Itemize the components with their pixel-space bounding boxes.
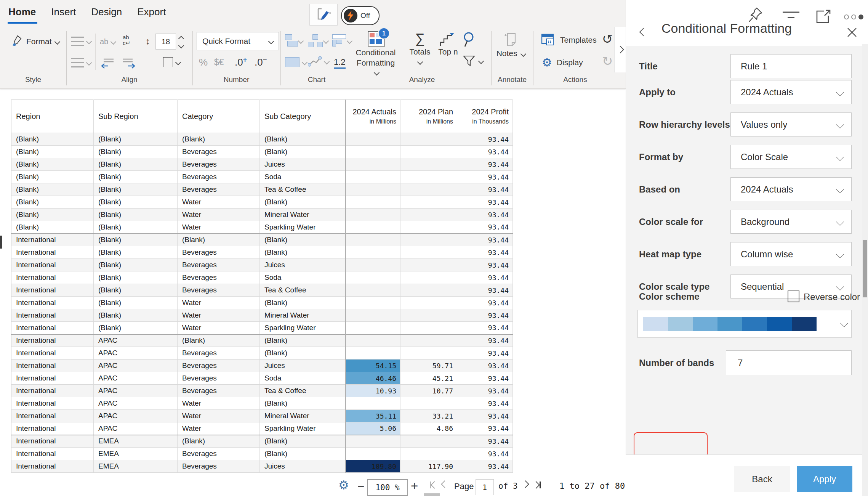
chart-layout-button[interactable]	[332, 34, 351, 47]
table-cell[interactable]: 93.44	[457, 397, 513, 410]
chart-hierarchy-button[interactable]	[308, 34, 327, 47]
table-cell[interactable]: 93.44	[457, 322, 513, 334]
table-cell[interactable]: APAC	[94, 347, 178, 360]
zoom-in-button[interactable]: +	[411, 479, 418, 493]
table-cell[interactable]: Tea & Coffee	[260, 284, 346, 297]
table-cell[interactable]	[346, 183, 400, 196]
format-by-dropdown[interactable]: Color Scale	[730, 145, 852, 169]
table-cell[interactable]: Beverages	[178, 284, 260, 297]
table-cell[interactable]: (Blank)	[11, 183, 94, 196]
table-cell[interactable]: Mineral Water	[260, 309, 346, 322]
color-scheme-dropdown[interactable]	[637, 310, 852, 338]
table-cell[interactable]: Water	[178, 297, 260, 309]
table-cell[interactable]: Water	[178, 196, 260, 209]
table-cell[interactable]	[346, 158, 400, 171]
reverse-color-checkbox[interactable]	[788, 291, 799, 302]
tab-insert[interactable]: Insert	[51, 6, 76, 18]
apply-button[interactable]: Apply	[797, 466, 852, 492]
table-cell[interactable]: (Blank)	[178, 234, 260, 246]
table-cell[interactable]: (Blank)	[11, 146, 94, 158]
table-cell[interactable]: Beverages	[178, 360, 260, 372]
table-cell[interactable]	[346, 397, 400, 410]
column-header[interactable]: Sub Category	[260, 100, 346, 133]
table-cell[interactable]	[400, 347, 457, 360]
close-icon[interactable]	[846, 27, 858, 40]
table-cell[interactable]	[400, 246, 457, 259]
pin-icon[interactable]	[746, 6, 764, 26]
table-cell[interactable]: International	[11, 385, 94, 397]
table-cell[interactable]: 93.44	[457, 372, 513, 385]
table-cell[interactable]	[346, 347, 400, 360]
table-cell[interactable]: 109.80	[346, 460, 400, 473]
quick-format-dropdown[interactable]: Quick Format	[197, 32, 279, 50]
font-size-stepper[interactable]	[178, 37, 183, 48]
table-cell[interactable]: 93.44	[457, 271, 513, 284]
decrease-decimal-button[interactable]: .0−	[255, 56, 267, 68]
table-cell[interactable]: International	[11, 234, 94, 246]
table-cell[interactable]: 93.44	[457, 196, 513, 209]
table-cell[interactable]: Tea & Coffee	[260, 183, 346, 196]
row-height-icon[interactable]: ↕	[146, 36, 150, 47]
totals-button[interactable]: ∑ Totals	[405, 30, 435, 66]
table-cell[interactable]: (Blank)	[11, 221, 94, 234]
table-cell[interactable]: 93.44	[457, 259, 513, 271]
popout-icon[interactable]	[814, 8, 832, 27]
table-cell[interactable]: (Blank)	[94, 171, 178, 183]
table-cell[interactable]: (Blank)	[94, 133, 178, 146]
table-cell[interactable]: (Blank)	[94, 284, 178, 297]
table-cell[interactable]	[400, 448, 457, 460]
table-cell[interactable]: (Blank)	[178, 435, 260, 448]
table-cell[interactable]	[346, 133, 400, 146]
table-cell[interactable]: Juices	[260, 158, 346, 171]
table-cell[interactable]: (Blank)	[94, 196, 178, 209]
column-header[interactable]: Region	[11, 100, 94, 133]
table-cell[interactable]: 93.44	[457, 410, 513, 422]
table-cell[interactable]	[400, 196, 457, 209]
table-cell[interactable]: International	[11, 284, 94, 297]
table-cell[interactable]: Water	[178, 397, 260, 410]
table-cell[interactable]: APAC	[94, 422, 178, 435]
color-scale-for-dropdown[interactable]: Background	[730, 210, 852, 234]
table-cell[interactable]: Beverages	[178, 347, 260, 360]
table-cell[interactable]	[400, 322, 457, 334]
increase-decimal-button[interactable]: .0+	[235, 56, 247, 68]
panel-scrollbar-thumb[interactable]	[863, 240, 867, 297]
table-cell[interactable]: Beverages	[178, 146, 260, 158]
table-cell[interactable]: 33.21	[400, 410, 457, 422]
table-cell[interactable]: 10.93	[346, 385, 400, 397]
table-cell[interactable]: (Blank)	[94, 158, 178, 171]
table-cell[interactable]: APAC	[94, 334, 178, 347]
table-cell[interactable]: International	[11, 297, 94, 309]
table-cell[interactable]: (Blank)	[11, 133, 94, 146]
search-button[interactable]	[462, 31, 478, 50]
table-cell[interactable]: Tea & Coffee	[260, 385, 346, 397]
heat-map-type-dropdown[interactable]: Column wise	[730, 242, 852, 266]
table-cell[interactable]: 45.21	[400, 372, 457, 385]
table-cell[interactable]	[346, 284, 400, 297]
table-cell[interactable]: (Blank)	[178, 334, 260, 347]
column-header[interactable]: 2024 Planin Millions	[400, 100, 457, 133]
settings-gear-icon[interactable]: ⚙	[338, 478, 349, 492]
table-cell[interactable]: Juices	[260, 460, 346, 473]
table-cell[interactable]: APAC	[94, 397, 178, 410]
table-cell[interactable]: Water	[178, 410, 260, 422]
table-cell[interactable]	[346, 334, 400, 347]
filter-lines-icon[interactable]	[782, 10, 801, 24]
table-cell[interactable]: International	[11, 372, 94, 385]
notes-button[interactable]: Notes	[494, 31, 528, 58]
table-cell[interactable]	[400, 171, 457, 183]
table-cell[interactable]: 93.44	[457, 422, 513, 435]
indent-decrease-button[interactable]	[100, 57, 115, 70]
table-cell[interactable]: Water	[178, 309, 260, 322]
column-header[interactable]: Sub Region	[94, 100, 178, 133]
table-cell[interactable]	[346, 259, 400, 271]
table-cell[interactable]: (Blank)	[260, 196, 346, 209]
page-number-input[interactable]: 1	[476, 479, 494, 495]
table-cell[interactable]: (Blank)	[94, 271, 178, 284]
ribbon-expand-button[interactable]	[614, 27, 626, 72]
last-page-button[interactable]	[533, 482, 541, 488]
undo-button[interactable]: ↺	[602, 31, 613, 47]
table-cell[interactable]: (Blank)	[11, 196, 94, 209]
table-cell[interactable]: 117.90	[400, 460, 457, 473]
top-n-button[interactable]: Top n	[435, 32, 461, 56]
